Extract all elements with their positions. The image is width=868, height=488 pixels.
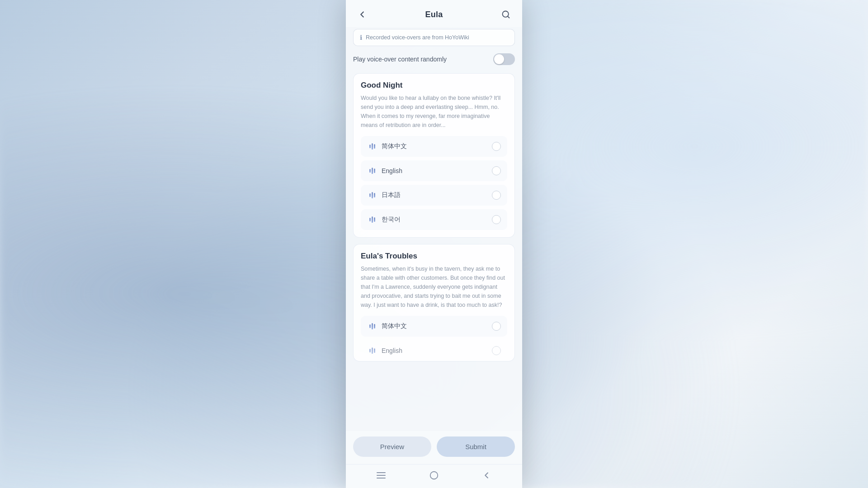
svg-point-5	[430, 472, 438, 479]
sound-icon	[367, 321, 377, 331]
lang-option-good-night-ko[interactable]: 한국어	[361, 209, 507, 230]
back-button[interactable]	[355, 7, 369, 22]
sound-icon	[367, 190, 377, 200]
section-title-eulas-troubles: Eula's Troubles	[361, 252, 507, 261]
info-banner: ℹ Recorded voice-overs are from HoYoWiki	[353, 29, 515, 46]
toggle-row: Play voice-over content randomly	[353, 52, 515, 67]
menu-nav-icon[interactable]	[375, 469, 387, 482]
lang-option-troubles-en[interactable]: English	[361, 340, 507, 357]
lang-name-en: English	[382, 167, 402, 174]
bottom-nav	[346, 464, 522, 488]
page-title: Eula	[425, 10, 443, 19]
back-nav-icon[interactable]	[481, 469, 493, 482]
submit-button[interactable]: Submit	[437, 436, 515, 457]
radio-good-night-ko[interactable]	[492, 215, 501, 224]
lang-option-troubles-zh[interactable]: 简体中文	[361, 316, 507, 337]
lang-option-good-night-ja[interactable]: 日本語	[361, 185, 507, 206]
info-text: Recorded voice-overs are from HoYoWiki	[366, 34, 469, 41]
radio-good-night-zh[interactable]	[492, 142, 501, 151]
section-good-night: Good Night Would you like to hear a lull…	[353, 73, 515, 238]
home-nav-icon[interactable]	[428, 469, 440, 482]
lang-name-troubles-zh: 简体中文	[382, 322, 407, 330]
lang-name-ja: 日本語	[382, 191, 401, 199]
action-bar: Preview Submit	[346, 431, 522, 464]
info-icon: ℹ	[360, 34, 362, 41]
search-button[interactable]	[499, 7, 513, 22]
svg-line-1	[508, 16, 509, 18]
lang-name-troubles-en: English	[382, 347, 402, 354]
sound-icon	[367, 141, 377, 151]
section-eulas-troubles: Eula's Troubles Sometimes, when it's bus…	[353, 244, 515, 361]
lang-name-zh: 简体中文	[382, 142, 407, 150]
radio-good-night-ja[interactable]	[492, 191, 501, 200]
lang-name-ko: 한국어	[382, 216, 401, 224]
toggle-label: Play voice-over content randomly	[353, 56, 447, 63]
radio-troubles-en[interactable]	[492, 346, 501, 355]
preview-button[interactable]: Preview	[353, 436, 431, 457]
phone-container: Eula ℹ Recorded voice-overs are from HoY…	[346, 0, 522, 488]
sound-icon	[367, 346, 377, 356]
scroll-area: Good Night Would you like to hear a lull…	[346, 73, 522, 431]
header: Eula	[346, 0, 522, 27]
section-title-good-night: Good Night	[361, 81, 507, 90]
sound-icon	[367, 215, 377, 225]
section-desc-eulas-troubles: Sometimes, when it's busy in the tavern,…	[361, 264, 507, 310]
lang-option-good-night-zh[interactable]: 简体中文	[361, 136, 507, 157]
radio-troubles-zh[interactable]	[492, 322, 501, 331]
section-desc-good-night: Would you like to hear a lullaby on the …	[361, 94, 507, 130]
lang-option-good-night-en[interactable]: English	[361, 160, 507, 181]
sound-icon	[367, 166, 377, 176]
radio-good-night-en[interactable]	[492, 166, 501, 175]
random-toggle[interactable]	[493, 53, 515, 65]
